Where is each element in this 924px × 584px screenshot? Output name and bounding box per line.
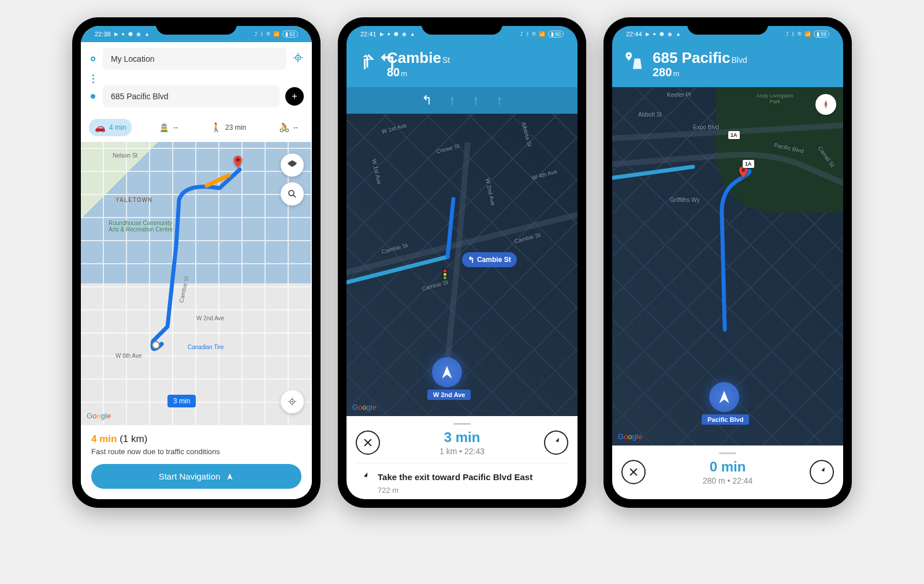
next-step[interactable]: Take the exit toward Pacific Blvd East 7… [356,463,568,495]
compass-button[interactable] [815,94,836,115]
svg-point-1 [297,57,299,58]
google-logo: Google [618,432,642,441]
destination-pin-icon [231,155,245,169]
share-icon: ⤴ [255,31,258,37]
status-time: 22:38 [95,31,111,38]
highway-shield: 1A [728,130,740,140]
eta-duration: 4 min [91,433,117,444]
recenter-button[interactable] [281,390,304,413]
phone-2: 22:41 ▶ ● ⬢ ◉ ▲ ⤴ ᛒ ® 📶 ▮60 CambieSt 80m… [338,17,586,508]
navigation-map[interactable]: W 1st Ave Crowe St Alberta St W 1st Ave … [346,114,578,416]
current-location-cursor [709,382,739,412]
origin-input[interactable]: My Location [103,48,286,70]
eta-detail: 280 m • 22:44 [703,476,753,485]
layers-button[interactable] [281,154,304,177]
status-icon: ⬢ [128,31,133,37]
google-logo: Google [352,403,377,411]
destination-input[interactable]: 685 Pacific Blvd [103,85,280,107]
navigation-header[interactable]: 685 PacificBlvd 280m [612,42,843,87]
current-location-cursor [432,357,462,387]
lane-guidance: ↰ ↑ ↑ ↑ [346,87,578,114]
signal-icon: 📶 [804,31,811,37]
origin-dot-icon [91,57,95,61]
phone-3: 22:44 ▶ ● ⬢ ◉ ▲ ⤴ ᛒ ® 📶 ▮59 685 PacificB… [603,17,852,508]
turn-left-icon: ↰ [468,255,475,264]
close-navigation-button[interactable] [621,460,646,484]
svg-point-2 [152,342,159,349]
svg-point-7 [628,54,630,57]
route-overview-button[interactable] [810,460,834,484]
route-summary-panel: 4 min (1 km) Fast route now due to traff… [81,425,312,499]
close-navigation-button[interactable] [356,430,380,455]
lane-arrow-left-icon: ↰ [422,93,432,108]
destination-icon [623,49,643,73]
transport-mode-tabs: 🚗 4 min 🚊 -- 🚶 23 min 🚴 -- [81,115,312,142]
start-navigation-button[interactable]: Start Navigation [91,464,301,489]
status-time: 22:41 [360,31,377,38]
svg-point-8 [742,169,745,172]
status-bar: 22:44 ▶ ● ⬢ ◉ ▲ ⤴ ᛒ ® 📶 ▮59 [612,26,843,42]
google-logo: Google [87,411,111,420]
add-waypoint-button[interactable]: + [285,87,304,106]
transit-icon: 🚊 [159,122,170,133]
navigation-bottom-sheet[interactable]: 0 min 280 m • 22:44 [612,446,843,499]
lane-arrow-straight-icon: ↑ [497,93,503,108]
street-suffix: St [442,55,450,65]
lane-arrow-straight-icon: ↑ [449,93,456,108]
svg-point-4 [289,190,294,196]
navigation-bottom-sheet[interactable]: 3 min 1 km • 22:43 Take the exit toward … [346,416,578,500]
eta-remaining: 0 min [703,459,753,475]
route-inputs: My Location 685 Pacific Blvd + [81,42,312,115]
search-button[interactable] [281,182,304,205]
battery-indicator: ▮62 [282,31,298,38]
current-road-label: Pacific Blvd [702,414,749,425]
street-suffix: Blvd [731,55,747,65]
status-bar: 22:38 ▶ ● ⬢ ◉ ▲ ⤴ ᛒ ® 📶 ▮62 [81,26,312,42]
bluetooth-icon: ᛒ [526,31,529,37]
lane-arrow-straight-icon: ↑ [473,93,479,108]
locate-me-button[interactable] [292,52,304,66]
current-road-label: W 2nd Ave [427,390,471,400]
bluetooth-icon: ᛒ [792,31,795,37]
destination-dot-icon [91,94,95,99]
location-icon: ▲ [144,31,150,37]
status-bar: 22:41 ▶ ● ⬢ ◉ ▲ ⤴ ᛒ ® 📶 ▮60 [346,26,578,42]
signal-icon: 📶 [539,31,545,37]
route-time-badge: 3 min [167,395,196,407]
waypoint-dots-icon [92,74,94,83]
destination-street: 685 Pacific [653,49,730,66]
battery-indicator: ▮60 [548,31,564,38]
status-time: 22:44 [626,31,642,38]
map-view[interactable]: Nelson St YALETOWN Roundhouse Community … [81,142,312,425]
navigation-header[interactable]: CambieSt 80m [346,42,578,87]
status-icon: ● [122,31,125,37]
navigation-map[interactable]: Keefer Pl Abbott St Expo Blvd Pacific Bl… [612,87,843,446]
phone-1: 22:38 ▶ ● ⬢ ◉ ▲ ⤴ ᛒ ® 📶 ▮62 My Location … [72,17,321,508]
mode-tab-car[interactable]: 🚗 4 min [89,119,132,136]
highway-shield: 1A [742,159,755,169]
status-icon: ◉ [136,31,141,37]
drag-handle[interactable] [453,423,471,425]
turn-left-icon [357,49,378,73]
location-icon: ▲ [676,31,681,37]
mode-tab-walk[interactable]: 🚶 23 min [205,119,252,136]
bluetooth-icon: ᛒ [260,31,263,37]
svg-point-6 [292,401,293,402]
car-icon: 🚗 [95,122,106,133]
turn-callout: ↰ Cambie St [462,252,517,267]
mode-tab-transit[interactable]: 🚊 -- [153,119,184,136]
route-overview-button[interactable] [544,430,568,455]
battery-indicator: ▮59 [814,31,829,38]
bike-icon: 🚴 [279,122,290,133]
status-icon: ® [266,31,270,37]
drag-handle[interactable] [719,452,736,454]
location-icon: ▲ [410,31,415,37]
step-instruction: Take the exit toward Pacific Blvd East [378,471,532,483]
turn-distance: 80m [387,66,567,79]
arrival-distance: 280m [653,66,833,79]
mode-tab-bike[interactable]: 🚴 -- [273,119,304,136]
status-icon: ▶ [114,31,118,37]
step-distance: 722 m [378,486,532,495]
eta-detail: 1 km • 22:43 [439,447,485,456]
eta-remaining: 3 min [439,429,485,446]
